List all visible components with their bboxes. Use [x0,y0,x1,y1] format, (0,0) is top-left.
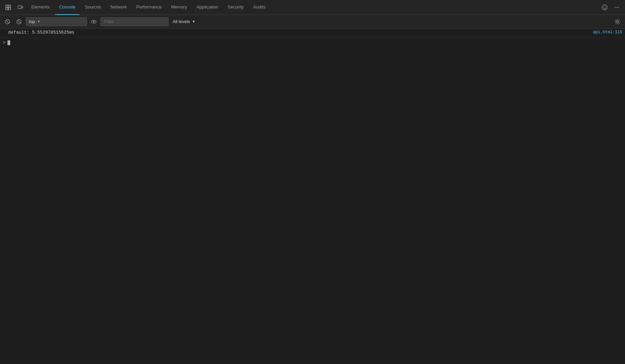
tab-elements[interactable]: Elements [27,0,54,15]
more-options-btn[interactable] [611,2,622,13]
svg-point-18 [617,21,619,23]
console-prompt-icon: > [3,40,5,46]
svg-point-8 [605,6,606,7]
svg-rect-0 [6,5,8,7]
svg-point-6 [602,5,607,10]
svg-rect-3 [8,8,11,10]
svg-point-10 [617,7,618,8]
console-cursor [7,40,10,45]
console-log-source[interactable]: api.html:116 [593,30,622,35]
tab-application[interactable]: Application [193,0,222,15]
levels-label: All levels [173,19,190,24]
settings-btn[interactable] [613,17,622,26]
tab-performance[interactable]: Performance [132,0,165,15]
nav-bar: Elements Console Sources Network Perform… [0,0,625,15]
svg-rect-4 [18,6,21,8]
console-toolbar: top ▼ All levels ▼ [0,15,625,29]
console-output: default: 5.552978515625ms api.html:116 > [0,29,625,364]
levels-arrow-icon: ▼ [192,20,195,23]
tab-memory[interactable]: Memory [167,0,191,15]
svg-point-17 [93,21,94,22]
main-content: top ▼ All levels ▼ de [0,15,625,364]
tab-security[interactable]: Security [224,0,248,15]
inspect-icon-btn[interactable] [3,2,14,13]
context-select-arrow-icon: ▼ [37,20,40,23]
svg-rect-5 [22,6,23,8]
console-log-line: default: 5.552978515625ms api.html:116 [0,29,625,38]
svg-point-9 [615,7,616,8]
feedback-icon-btn[interactable] [599,2,610,13]
context-selector[interactable]: top ▼ [26,17,87,26]
levels-dropdown[interactable]: All levels ▼ [171,17,197,26]
live-expression-btn[interactable] [89,17,99,26]
console-input-area[interactable]: > [0,38,625,48]
tab-sources[interactable]: Sources [81,0,105,15]
svg-point-7 [604,6,604,7]
svg-line-13 [6,20,9,23]
tab-audits[interactable]: Audits [249,0,269,15]
context-value: top [29,19,35,24]
svg-line-15 [17,20,20,23]
tab-console[interactable]: Console [55,0,79,15]
no-filter-btn[interactable] [14,17,24,26]
clear-console-btn[interactable] [3,17,12,26]
filter-input[interactable] [101,17,168,26]
svg-rect-1 [8,5,11,7]
svg-rect-2 [6,8,8,10]
tab-network[interactable]: Network [107,0,131,15]
nav-right-icons [599,2,622,13]
device-toggle-btn[interactable] [15,2,26,13]
svg-point-11 [618,7,619,8]
console-log-text: default: 5.552978515625ms [8,30,589,35]
